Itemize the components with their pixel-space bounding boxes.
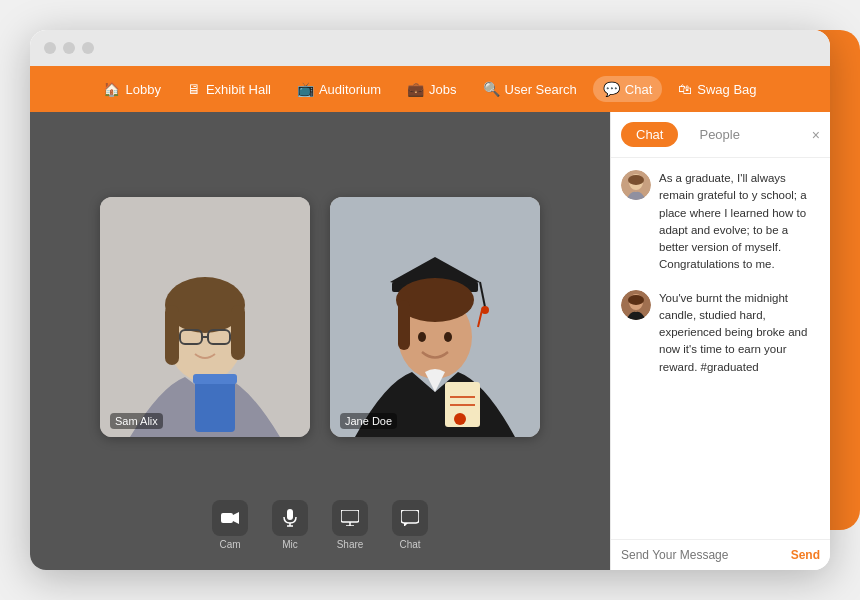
participant-1-video [100, 197, 310, 437]
mic-label: Mic [282, 539, 298, 550]
nav-chat[interactable]: 💬 Chat [593, 76, 662, 102]
chat-input-area: Send [611, 539, 830, 570]
participant-2-label: Jane Doe [340, 413, 397, 429]
nav-user-search[interactable]: 🔍 User Search [473, 76, 587, 102]
main-content: Sam Alix [30, 112, 830, 570]
lobby-icon: 🏠 [103, 81, 120, 97]
chat-panel: Chat People × As a graduate, I'll always… [610, 112, 830, 570]
chat-header: Chat People × [611, 112, 830, 158]
avatar-2 [621, 290, 651, 320]
mic-icon [272, 500, 308, 536]
svg-rect-30 [287, 509, 293, 520]
nav-chat-label: Chat [625, 82, 652, 97]
nav-exhibit-hall[interactable]: 🖥 Exhibit Hall [177, 76, 281, 102]
video-area: Sam Alix [30, 112, 610, 570]
nav-jobs-label: Jobs [429, 82, 456, 97]
chat-control-button[interactable]: Chat [392, 500, 428, 550]
share-button[interactable]: Share [332, 500, 368, 550]
tab-people[interactable]: People [684, 122, 754, 147]
chat-input[interactable] [621, 548, 785, 562]
video-feeds: Sam Alix [100, 142, 540, 492]
svg-rect-33 [341, 510, 359, 522]
svg-rect-11 [193, 374, 237, 384]
nav-auditorium-label: Auditorium [319, 82, 381, 97]
window-dot-minimize[interactable] [63, 42, 75, 54]
cam-label: Cam [219, 539, 240, 550]
svg-point-23 [444, 332, 452, 342]
video-card-1: Sam Alix [100, 197, 310, 437]
nav-swag-bag[interactable]: 🛍 Swag Bag [668, 76, 766, 102]
nav-search-label: User Search [505, 82, 577, 97]
chat-send-button[interactable]: Send [791, 548, 820, 562]
nav-auditorium[interactable]: 📺 Auditorium [287, 76, 391, 102]
participant-1-label: Sam Alix [110, 413, 163, 429]
chat-icon: 💬 [603, 81, 620, 97]
controls-bar: Cam Mic Share [212, 492, 428, 554]
search-icon: 🔍 [483, 81, 500, 97]
exhibit-icon: 🖥 [187, 81, 201, 97]
navbar: 🏠 Lobby 🖥 Exhibit Hall 📺 Auditorium 💼 Jo… [30, 66, 830, 112]
svg-marker-37 [404, 523, 408, 526]
chat-message-1-text: As a graduate, I'll always remain gratef… [659, 170, 820, 274]
chat-control-label: Chat [399, 539, 420, 550]
chat-message-2-text: You've burnt the midnight candle, studie… [659, 290, 820, 376]
svg-rect-6 [231, 305, 245, 360]
svg-point-43 [628, 295, 644, 305]
tab-chat[interactable]: Chat [621, 122, 678, 147]
chat-message-1: As a graduate, I'll always remain gratef… [621, 170, 820, 274]
chat-messages: As a graduate, I'll always remain gratef… [611, 158, 830, 539]
avatar-1 [621, 170, 651, 200]
participant-2-video [330, 197, 540, 437]
nav-lobby[interactable]: 🏠 Lobby [93, 76, 170, 102]
nav-lobby-label: Lobby [125, 82, 160, 97]
svg-point-27 [454, 413, 466, 425]
auditorium-icon: 📺 [297, 81, 314, 97]
nav-jobs[interactable]: 💼 Jobs [397, 76, 466, 102]
svg-marker-29 [233, 512, 239, 524]
title-bar [30, 30, 830, 66]
cam-button[interactable]: Cam [212, 500, 248, 550]
share-icon [332, 500, 368, 536]
svg-rect-21 [398, 300, 410, 350]
mic-button[interactable]: Mic [272, 500, 308, 550]
cam-icon [212, 500, 248, 536]
share-label: Share [337, 539, 364, 550]
video-card-2: Jane Doe [330, 197, 540, 437]
window-dot-maximize[interactable] [82, 42, 94, 54]
chat-close-button[interactable]: × [812, 128, 820, 142]
chat-control-icon [392, 500, 428, 536]
chat-message-2: You've burnt the midnight candle, studie… [621, 290, 820, 376]
swag-icon: 🛍 [678, 81, 692, 97]
svg-rect-28 [221, 513, 233, 523]
nav-swag-label: Swag Bag [697, 82, 756, 97]
svg-rect-10 [195, 377, 235, 432]
svg-rect-5 [165, 305, 179, 365]
page-wrapper: 🏠 Lobby 🖥 Exhibit Hall 📺 Auditorium 💼 Jo… [0, 0, 860, 600]
svg-point-40 [628, 175, 644, 185]
app-window: 🏠 Lobby 🖥 Exhibit Hall 📺 Auditorium 💼 Jo… [30, 30, 830, 570]
svg-rect-36 [401, 510, 419, 523]
window-dot-close[interactable] [44, 42, 56, 54]
nav-exhibit-label: Exhibit Hall [206, 82, 271, 97]
svg-point-22 [418, 332, 426, 342]
jobs-icon: 💼 [407, 81, 424, 97]
